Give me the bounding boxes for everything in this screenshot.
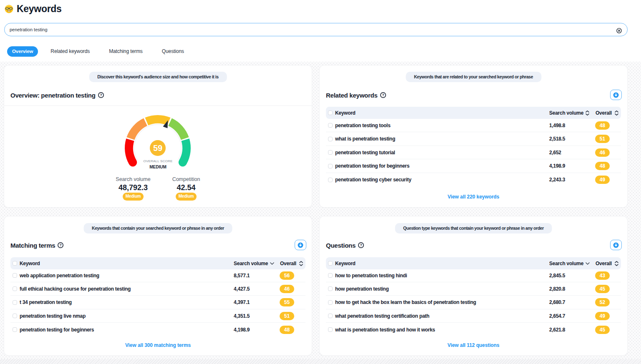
svg-text:?: ? [60, 243, 62, 247]
svg-text:?: ? [382, 93, 384, 97]
svg-text:?: ? [360, 243, 362, 247]
svg-text:?: ? [100, 93, 102, 97]
svg-text:59: 59 [153, 143, 162, 153]
